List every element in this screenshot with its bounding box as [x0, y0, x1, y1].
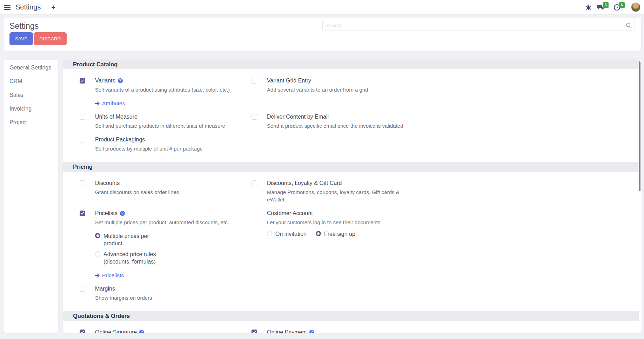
- pricelists-checkbox[interactable]: [80, 211, 85, 216]
- page-title: Settings: [9, 21, 39, 31]
- setting-label: Online Payment: [267, 329, 307, 333]
- setting-online-payment: Online Payment? Request an online paymen…: [251, 329, 639, 333]
- settings-header-panel: Settings SAVE DISCARD: [4, 18, 641, 51]
- setting-variant-grid-entry: Variant Grid Entry Add several variants …: [251, 78, 639, 107]
- attributes-link[interactable]: Attributes: [95, 100, 251, 107]
- sidebar-item-invoicing[interactable]: Invoicing: [4, 102, 58, 115]
- setting-description: Let your customers log in to see their d…: [267, 219, 416, 226]
- setting-label: Margins: [95, 286, 115, 292]
- setting-online-signature: Online Signature? Request an online sign…: [80, 329, 251, 333]
- setting-label: Variant Grid Entry: [267, 78, 311, 84]
- customer-account-option-free-sign-up[interactable]: Free sign up: [316, 230, 355, 238]
- help-icon[interactable]: ?: [309, 330, 314, 333]
- activities-count-badge: 6: [619, 2, 625, 8]
- setting-label: Variants: [95, 78, 115, 84]
- activities-menu[interactable]: 6: [613, 3, 625, 12]
- setting-label: Deliver Content by Email: [267, 114, 329, 120]
- content-scrollbar[interactable]: [639, 61, 640, 191]
- setting-label: Units of Measure: [95, 114, 137, 120]
- setting-description: Sell products by multiple of unit # per …: [95, 145, 251, 152]
- setting-description: Show margins on orders: [95, 294, 251, 301]
- debug-bug-icon[interactable]: [584, 3, 592, 11]
- setting-label: Customer Account: [267, 210, 313, 217]
- search-input[interactable]: [322, 20, 635, 31]
- customer-account-option-on-invitation[interactable]: On invitation: [267, 230, 307, 238]
- search-icon[interactable]: [626, 22, 632, 28]
- variants-checkbox[interactable]: [80, 78, 85, 84]
- setting-units-of-measure: Units of Measure Sell and purchase produ…: [80, 114, 251, 129]
- sidebar-item-crm[interactable]: CRM: [4, 74, 58, 88]
- top-navbar: Settings + 5 6: [0, 0, 644, 15]
- deliver-content-by-email-checkbox[interactable]: [251, 114, 257, 120]
- sidebar-item-project[interactable]: Project: [4, 115, 58, 129]
- variant-grid-entry-checkbox[interactable]: [251, 78, 257, 84]
- radio-button[interactable]: [316, 231, 321, 236]
- setting-description: Sell variants of a product using attribu…: [95, 86, 251, 93]
- product-packagings-checkbox[interactable]: [80, 137, 85, 142]
- setting-customer-account: Customer Account Let your customers log …: [251, 210, 639, 279]
- setting-description: Add several variants to an order from a …: [267, 86, 416, 93]
- apps-menu-icon[interactable]: [4, 5, 11, 10]
- setting-product-packagings: Product Packagings Sell products by mult…: [80, 137, 251, 152]
- sidebar-item-sales[interactable]: Sales: [4, 88, 58, 102]
- save-button[interactable]: SAVE: [9, 32, 33, 45]
- radio-button[interactable]: [95, 233, 100, 238]
- search-bar: [322, 20, 635, 31]
- settings-content-panel: Product Catalog Variants? Sell variants …: [63, 60, 642, 333]
- bug-icon: [585, 4, 592, 11]
- section-header-quotations-orders: Quotations & Orders: [63, 311, 639, 321]
- setting-discounts: Discounts Grant discounts on sales order…: [80, 180, 251, 203]
- section-header-product-catalog: Product Catalog: [63, 60, 639, 69]
- setting-discounts-loyalty-gift-card: Discounts, Loyalty & Gift Card Manage Pr…: [251, 180, 639, 203]
- settings-sidebar: General Settings CRM Sales Invoicing Pro…: [4, 60, 58, 333]
- setting-variants: Variants? Sell variants of a product usi…: [80, 78, 251, 107]
- setting-label: Discounts, Loyalty & Gift Card: [267, 180, 342, 186]
- arrow-right-icon: [95, 273, 100, 278]
- online-payment-checkbox[interactable]: [251, 330, 257, 333]
- units-of-measure-checkbox[interactable]: [80, 114, 85, 120]
- pricelists-link[interactable]: Pricelists: [95, 272, 251, 279]
- user-avatar[interactable]: [631, 2, 640, 12]
- discard-button[interactable]: DISCARD: [34, 32, 66, 45]
- setting-label: Discounts: [95, 180, 120, 186]
- setting-deliver-content-by-email: Deliver Content by Email Send a product-…: [251, 114, 639, 129]
- setting-margins: Margins Show margins on orders: [80, 286, 251, 301]
- margins-checkbox[interactable]: [80, 286, 85, 292]
- navbar-app-title[interactable]: Settings: [15, 3, 41, 11]
- messages-menu[interactable]: 5: [596, 3, 609, 11]
- radio-button[interactable]: [95, 251, 100, 257]
- setting-description: Sell and purchase products in different …: [95, 122, 251, 129]
- setting-pricelists: Pricelists? Set multiple prices per prod…: [80, 210, 251, 279]
- arrow-right-icon: [95, 101, 100, 106]
- plus-icon[interactable]: +: [51, 4, 55, 11]
- setting-label: Pricelists: [95, 210, 118, 217]
- discounts-checkbox[interactable]: [80, 180, 85, 186]
- messages-count-badge: 5: [603, 2, 609, 8]
- help-icon[interactable]: ?: [118, 78, 123, 83]
- setting-label: Online Signature: [95, 329, 137, 333]
- sidebar-item-general-settings[interactable]: General Settings: [4, 61, 58, 74]
- discounts-loyalty-checkbox[interactable]: [251, 180, 257, 186]
- pricelist-option-multiple-prices[interactable]: Multiple prices per product: [95, 232, 251, 247]
- help-icon[interactable]: ?: [139, 330, 144, 333]
- setting-description: Grant discounts on sales order lines: [95, 188, 251, 196]
- setting-description: Send a product-specific email once the i…: [267, 122, 416, 129]
- setting-description: Manage Promotions, coupons, loyalty card…: [267, 188, 416, 203]
- pricelist-option-advanced-rules[interactable]: Advanced price rules (discounts, formula…: [95, 251, 251, 265]
- setting-label: Product Packagings: [95, 137, 145, 143]
- section-header-pricing: Pricing: [63, 162, 639, 172]
- setting-description: Set multiple prices per product, automat…: [95, 219, 251, 226]
- help-icon[interactable]: ?: [120, 211, 125, 216]
- radio-button[interactable]: [267, 231, 272, 236]
- online-signature-checkbox[interactable]: [80, 330, 85, 333]
